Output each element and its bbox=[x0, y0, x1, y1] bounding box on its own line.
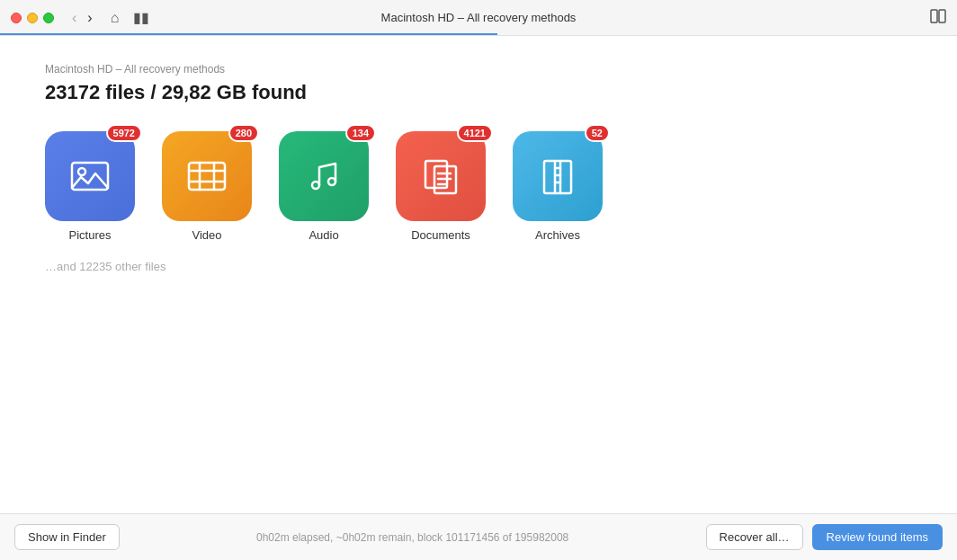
audio-badge: 134 bbox=[345, 124, 376, 142]
pictures-badge: 5972 bbox=[106, 124, 142, 142]
documents-label: Documents bbox=[411, 228, 470, 242]
pause-button[interactable]: ▮▮ bbox=[130, 7, 153, 28]
archives-label: Archives bbox=[535, 228, 580, 242]
pictures-label: Pictures bbox=[69, 228, 112, 242]
window-title: Macintosh HD – All recovery methods bbox=[381, 11, 577, 24]
archives-badge: 52 bbox=[585, 124, 610, 142]
file-count-heading: 23172 files / 29,82 GB found bbox=[45, 81, 912, 104]
svg-rect-2 bbox=[72, 163, 108, 190]
category-item-video[interactable]: 280 Video bbox=[162, 131, 252, 242]
category-item-archives[interactable]: 52 Archives bbox=[513, 131, 603, 242]
archives-icon-wrapper: 52 bbox=[513, 131, 603, 221]
minimize-button[interactable] bbox=[27, 13, 38, 23]
video-label: Video bbox=[192, 228, 221, 242]
titlebar: ‹ › ⌂ ▮▮ Macintosh HD – All recovery met… bbox=[0, 0, 957, 36]
home-button[interactable]: ⌂ bbox=[107, 8, 123, 28]
status-text: 0h02m elapsed, ~0h02m remain, block 1011… bbox=[120, 531, 706, 544]
documents-badge: 4121 bbox=[457, 124, 493, 142]
svg-point-3 bbox=[78, 168, 85, 175]
other-files-label: …and 12235 other files bbox=[45, 260, 912, 273]
video-badge: 280 bbox=[228, 124, 259, 142]
main-content: Macintosh HD – All recovery methods 2317… bbox=[0, 36, 957, 513]
breadcrumb: Macintosh HD – All recovery methods bbox=[45, 63, 912, 76]
show-in-finder-button[interactable]: Show in Finder bbox=[14, 524, 120, 550]
review-found-items-button[interactable]: Review found items bbox=[812, 524, 943, 550]
category-item-audio[interactable]: 134 Audio bbox=[279, 131, 369, 242]
close-button[interactable] bbox=[11, 13, 22, 23]
traffic-lights bbox=[11, 13, 54, 23]
svg-rect-4 bbox=[189, 163, 225, 190]
nav-arrows: ‹ › bbox=[68, 9, 96, 27]
video-icon-wrapper: 280 bbox=[162, 131, 252, 221]
back-button[interactable]: ‹ bbox=[68, 9, 80, 27]
book-icon[interactable] bbox=[930, 9, 946, 27]
svg-point-9 bbox=[312, 182, 319, 189]
categories-row: 5972 Pictures 280 V bbox=[45, 131, 912, 242]
forward-button[interactable]: › bbox=[84, 9, 95, 27]
documents-icon-wrapper: 4121 bbox=[396, 131, 486, 221]
pictures-icon-wrapper: 5972 bbox=[45, 131, 135, 221]
category-item-documents[interactable]: 4121 Documents bbox=[396, 131, 486, 242]
audio-icon-wrapper: 134 bbox=[279, 131, 369, 221]
maximize-button[interactable] bbox=[43, 13, 54, 23]
category-item-pictures[interactable]: 5972 Pictures bbox=[45, 131, 135, 242]
audio-label: Audio bbox=[309, 228, 338, 242]
recover-all-button[interactable]: Recover all… bbox=[706, 524, 803, 550]
svg-rect-0 bbox=[931, 10, 937, 22]
svg-point-10 bbox=[328, 178, 335, 185]
svg-rect-1 bbox=[939, 10, 945, 22]
bottom-bar: Show in Finder 0h02m elapsed, ~0h02m rem… bbox=[0, 513, 957, 560]
svg-rect-16 bbox=[544, 161, 571, 193]
progress-bar bbox=[0, 33, 497, 35]
